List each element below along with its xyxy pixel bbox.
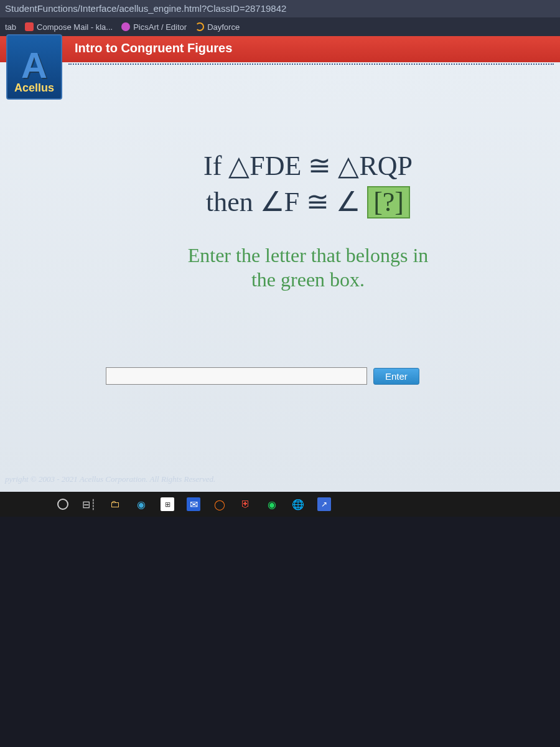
answer-input[interactable] xyxy=(106,367,367,385)
instruction-line-1: Enter the letter that belongs in xyxy=(106,243,510,267)
picsart-icon xyxy=(121,22,130,31)
lesson-title: Intro to Congruent Figures xyxy=(75,41,232,55)
acellus-logo: A Acellus xyxy=(6,34,62,100)
logo-brand: Acellus xyxy=(14,82,54,95)
file-explorer-icon[interactable]: 🗀 xyxy=(108,497,122,511)
bookmark-label: Compose Mail - kla... xyxy=(37,22,113,32)
dayforce-icon xyxy=(195,22,204,31)
spotify-icon[interactable]: ◉ xyxy=(265,497,279,511)
bookmark-label: tab xyxy=(5,22,16,32)
lesson-header: Intro to Congruent Figures xyxy=(0,36,560,62)
answer-row: Enter xyxy=(106,367,419,385)
instruction-text: Enter the letter that belongs in the gre… xyxy=(106,243,510,291)
divider xyxy=(68,63,554,65)
windows-taskbar: ⊟┊ 🗀 ◉ ⊞ ✉ ◯ ⛨ ◉ 🌐 ↗ xyxy=(0,492,560,517)
url-text: StudentFunctions/Interface/acellus_engin… xyxy=(5,3,286,14)
bookmark-dayforce[interactable]: Dayforce xyxy=(195,22,240,32)
enter-button[interactable]: Enter xyxy=(373,368,419,385)
logo-letter: A xyxy=(21,49,47,82)
content-area: A Acellus If △FDE ≅ △RQP then ∠F ≅ ∠ [?]… xyxy=(0,62,560,492)
store-icon[interactable]: ⊞ xyxy=(161,497,174,511)
copyright-text: pyright © 2003 - 2021 Acellus Corporatio… xyxy=(5,474,215,484)
question-line-1: If △FDE ≅ △RQP xyxy=(106,149,510,182)
shield-icon[interactable]: ⛨ xyxy=(239,497,253,511)
mail-icon xyxy=(25,22,34,31)
chrome-icon[interactable]: 🌐 xyxy=(291,497,305,511)
bookmark-compose-mail[interactable]: Compose Mail - kla... xyxy=(25,22,113,32)
share-icon[interactable]: ↗ xyxy=(317,497,331,511)
mail-icon[interactable]: ✉ xyxy=(187,497,200,511)
bookmark-picsart[interactable]: PicsArt / Editor xyxy=(121,22,187,32)
bookmark-label: Dayforce xyxy=(207,22,240,32)
address-bar[interactable]: StudentFunctions/Interface/acellus_engin… xyxy=(0,0,560,17)
question-line-2: then ∠F ≅ ∠ [?] xyxy=(106,186,510,218)
bookmark-label: PicsArt / Editor xyxy=(133,22,187,32)
edge-icon[interactable]: ◉ xyxy=(134,497,148,511)
app-icon[interactable]: ◯ xyxy=(213,497,226,511)
answer-box: [?] xyxy=(367,186,410,218)
taskview-icon[interactable]: ⊟┊ xyxy=(82,497,96,511)
question-block: If △FDE ≅ △RQP then ∠F ≅ ∠ [?] Enter the… xyxy=(106,149,510,291)
line2-prefix: then ∠F ≅ ∠ xyxy=(206,187,360,217)
instruction-line-2: the green box. xyxy=(106,268,510,291)
bookmark-tab[interactable]: tab xyxy=(5,22,16,32)
bookmarks-bar: tab Compose Mail - kla... PicsArt / Edit… xyxy=(0,17,560,36)
cortana-icon[interactable] xyxy=(56,497,70,511)
below-screen-area xyxy=(0,517,560,747)
